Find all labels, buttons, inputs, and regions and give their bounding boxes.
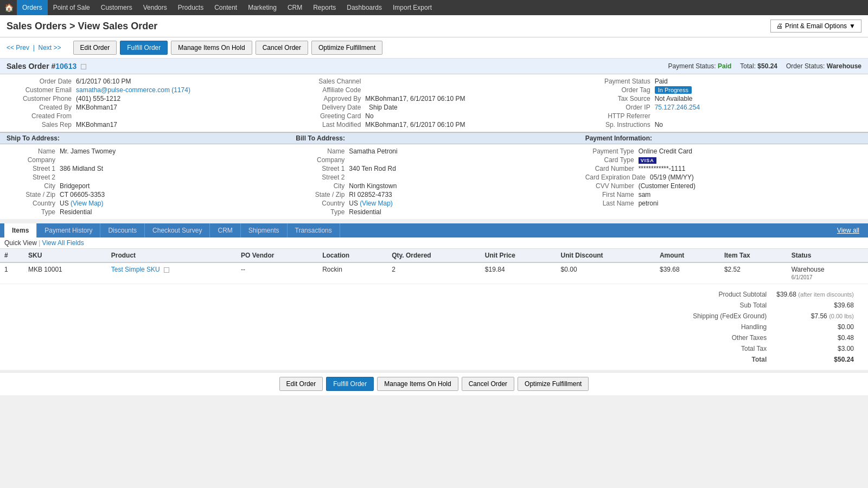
nav-dashboards[interactable]: Dashboards xyxy=(341,0,387,15)
payment-status-value: Paid xyxy=(718,62,731,70)
dropdown-chevron-icon: ▼ xyxy=(849,22,856,30)
bottom-manage-hold-button[interactable]: Manage Items On Hold xyxy=(377,377,458,391)
customer-email-link[interactable]: samatha@pulse-commerce.com xyxy=(76,86,170,94)
nav-content[interactable]: Content xyxy=(209,0,242,15)
quick-view-label: Quick View xyxy=(4,239,37,247)
nav-reports[interactable]: Reports xyxy=(308,0,341,15)
manage-hold-button[interactable]: Manage Items On Hold xyxy=(171,41,252,55)
item-num: 1 xyxy=(0,262,24,284)
customer-email-count-link[interactable]: (1174) xyxy=(171,86,190,94)
payment-info-column: Payment Type Online Credit Card Card Typ… xyxy=(579,144,868,219)
items-table: # SKU Product PO Vendor Location Qty. Or… xyxy=(0,249,868,284)
copy-icon[interactable] xyxy=(81,64,86,69)
address-grid: Name Mr. James Twomey Company Street 1 3… xyxy=(0,144,868,219)
view-all-fields-link[interactable]: View All Fields xyxy=(42,239,84,247)
col-amount: Amount xyxy=(655,249,720,262)
tab-checkout-survey[interactable]: Checkout Survey xyxy=(145,223,210,237)
order-number-section: Sales Order #10613 xyxy=(7,62,86,70)
nav-customers[interactable]: Customers xyxy=(95,0,138,15)
optimize-fulfillment-button[interactable]: Optimize Fulfillment xyxy=(311,41,382,55)
bill-to-view-map-link[interactable]: (View Map) xyxy=(360,200,392,207)
col-unit-price: Unit Price xyxy=(481,249,557,262)
tabs-bar: Items Payment History Discounts Checkout… xyxy=(0,223,868,237)
ship-to-header: Ship To Address: xyxy=(0,133,289,144)
order-tag-badge: In Progress xyxy=(655,86,692,94)
totals-table: Product Subtotal $39.68 (after item disc… xyxy=(687,288,859,365)
col-po-vendor: PO Vendor xyxy=(237,249,318,262)
col-unit-discount: Unit Discount xyxy=(557,249,655,262)
order-number-link[interactable]: 10613 xyxy=(55,62,76,70)
tabs-section: Items Payment History Discounts Checkout… xyxy=(0,223,868,370)
order-right-details: Payment Status Paid Order Tag In Progres… xyxy=(579,74,868,132)
nav-marketing[interactable]: Marketing xyxy=(242,0,282,15)
col-item-tax: Item Tax xyxy=(720,249,787,262)
item-product-link[interactable]: Test Simple SKU xyxy=(111,266,160,273)
payment-info-header: Payment Information: xyxy=(579,133,868,144)
ship-to-view-map-link[interactable]: (View Map) xyxy=(71,200,103,207)
nav-import-export[interactable]: Import Export xyxy=(387,0,437,15)
item-status: Warehouse 6/1/2017 xyxy=(787,262,868,284)
tab-discounts[interactable]: Discounts xyxy=(100,223,145,237)
tab-transactions[interactable]: Transactions xyxy=(288,223,340,237)
col-num: # xyxy=(0,249,24,262)
item-amount: $39.68 xyxy=(655,262,720,284)
order-header: Sales Order #10613 Payment Status: Paid … xyxy=(0,59,868,74)
print-email-button[interactable]: 🖨 Print & Email Options ▼ xyxy=(770,20,861,33)
tab-crm[interactable]: CRM xyxy=(210,223,240,237)
nav-vendors[interactable]: Vendors xyxy=(138,0,173,15)
tab-items[interactable]: Items xyxy=(4,223,37,237)
bottom-cancel-order-button[interactable]: Cancel Order xyxy=(462,377,514,391)
fulfill-order-button[interactable]: Fulfill Order xyxy=(120,41,168,55)
pagination-nav: << Prev | Next >> xyxy=(7,44,61,52)
bottom-edit-order-button[interactable]: Edit Order xyxy=(279,377,323,391)
order-status-value: Warehouse xyxy=(827,62,861,70)
totals-subtotal-row: Sub Total $39.68 xyxy=(688,300,858,310)
view-all-link[interactable]: View all xyxy=(833,223,864,237)
totals-product-subtotal-row: Product Subtotal $39.68 (after item disc… xyxy=(688,290,858,299)
copy-icon[interactable] xyxy=(164,267,169,273)
bottom-fulfill-order-button[interactable]: Fulfill Order xyxy=(326,377,374,391)
prev-link[interactable]: << Prev xyxy=(7,44,29,52)
order-total-value: $50.24 xyxy=(757,62,777,70)
home-icon[interactable]: 🏠 xyxy=(4,3,14,12)
item-location: Rockin xyxy=(318,262,387,284)
col-product: Product xyxy=(107,249,237,262)
item-sku: MKB 10001 xyxy=(24,262,107,284)
bill-to-header: Bill To Address: xyxy=(289,133,578,144)
top-action-bar: << Prev | Next >> Edit Order Fulfill Ord… xyxy=(0,37,868,59)
printer-icon: 🖨 xyxy=(776,22,783,30)
tab-payment-history[interactable]: Payment History xyxy=(37,223,100,237)
totals-handling-row: Handling $0.00 xyxy=(688,322,858,332)
order-middle-details: Sales Channel Affiliate Code Approved By… xyxy=(289,74,578,132)
nav-point-of-sale[interactable]: Point of Sale xyxy=(48,0,95,15)
bottom-action-bar: Edit Order Fulfill Order Manage Items On… xyxy=(0,372,868,395)
nav-orders[interactable]: Orders xyxy=(17,0,48,15)
address-section-headers: Ship To Address: Bill To Address: Paymen… xyxy=(0,132,868,144)
nav-products[interactable]: Products xyxy=(173,0,209,15)
totals-other-taxes-row: Other Taxes $0.48 xyxy=(688,333,858,343)
totals-total-row: Total $50.24 xyxy=(688,355,858,364)
ship-to-column: Name Mr. James Twomey Company Street 1 3… xyxy=(0,144,289,219)
bottom-optimize-button[interactable]: Optimize Fulfillment xyxy=(518,377,589,391)
quick-view-bar: Quick View | View All Fields xyxy=(0,237,868,249)
order-status-info: Payment Status: Paid Total: $50.24 Order… xyxy=(668,62,861,70)
totals-shipping-row: Shipping (FedEx Ground) $7.56 (0.00 lbs) xyxy=(688,311,858,321)
col-location: Location xyxy=(318,249,387,262)
edit-order-button[interactable]: Edit Order xyxy=(73,41,117,55)
visa-badge: VISA xyxy=(639,157,656,164)
order-details-section: Order Date 6/1/2017 06:10 PM Customer Em… xyxy=(0,74,868,132)
page-header: Sales Orders > View Sales Order 🖨 Print … xyxy=(0,15,868,37)
item-po-vendor: -- xyxy=(237,262,318,284)
tab-shipments[interactable]: Shipments xyxy=(241,223,288,237)
order-ip-link[interactable]: 75.127.246.254 xyxy=(655,104,700,111)
nav-crm[interactable]: CRM xyxy=(282,0,308,15)
item-unit-discount: $0.00 xyxy=(557,262,655,284)
col-qty-ordered: Qty. Ordered xyxy=(387,249,481,262)
top-navigation: 🏠 Orders Point of Sale Customers Vendors… xyxy=(0,0,868,15)
item-unit-price: $19.84 xyxy=(481,262,557,284)
item-qty: 2 xyxy=(387,262,481,284)
order-left-details: Order Date 6/1/2017 06:10 PM Customer Em… xyxy=(0,74,289,132)
next-link[interactable]: Next >> xyxy=(38,44,61,52)
cancel-order-button[interactable]: Cancel Order xyxy=(256,41,308,55)
col-sku: SKU xyxy=(24,249,107,262)
